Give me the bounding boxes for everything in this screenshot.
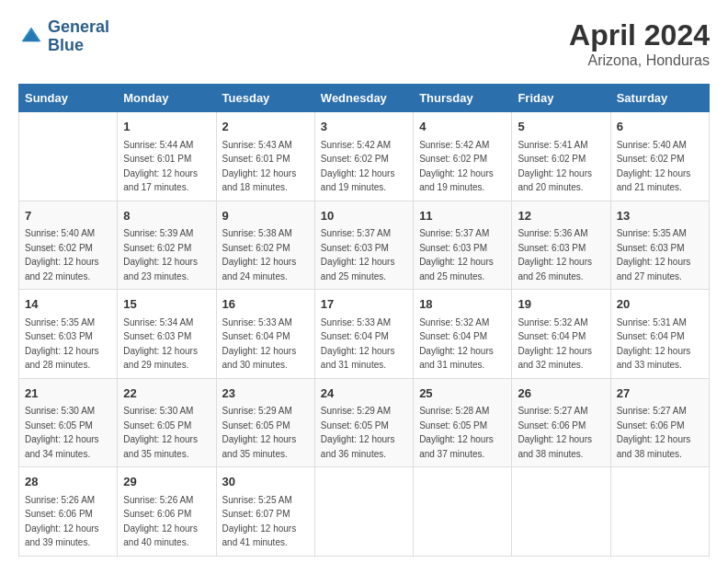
day-info: Sunrise: 5:42 AMSunset: 6:02 PMDaylight:… [321,138,407,195]
calendar-day-cell [314,467,413,557]
calendar-day-cell: 12Sunrise: 5:36 AMSunset: 6:03 PMDayligh… [512,201,610,290]
calendar-day-cell: 6Sunrise: 5:40 AMSunset: 6:02 PMDaylight… [610,112,709,201]
calendar-day-cell: 14Sunrise: 5:35 AMSunset: 6:03 PMDayligh… [19,290,118,379]
day-number: 29 [123,473,210,491]
calendar-day-cell: 26Sunrise: 5:27 AMSunset: 6:06 PMDayligh… [512,378,610,467]
calendar-day-cell [610,467,709,557]
day-info: Sunrise: 5:41 AMSunset: 6:02 PMDaylight:… [518,138,604,195]
day-info: Sunrise: 5:44 AMSunset: 6:01 PMDaylight:… [123,138,210,195]
location: Arizona, Honduras [569,52,710,69]
calendar-header-row: SundayMondayTuesdayWednesdayThursdayFrid… [19,85,710,112]
day-info: Sunrise: 5:27 AMSunset: 6:06 PMDaylight:… [518,404,604,461]
calendar-day-cell: 3Sunrise: 5:42 AMSunset: 6:02 PMDaylight… [314,112,413,201]
calendar-day-cell: 4Sunrise: 5:42 AMSunset: 6:02 PMDaylight… [414,112,512,201]
calendar-day-cell: 29Sunrise: 5:26 AMSunset: 6:06 PMDayligh… [118,467,216,557]
day-info: Sunrise: 5:35 AMSunset: 6:03 PMDaylight:… [25,316,111,373]
calendar-day-cell: 10Sunrise: 5:37 AMSunset: 6:03 PMDayligh… [314,201,413,290]
day-number: 10 [321,207,407,225]
calendar-day-cell: 18Sunrise: 5:32 AMSunset: 6:04 PMDayligh… [414,290,512,379]
day-info: Sunrise: 5:34 AMSunset: 6:03 PMDaylight:… [123,316,210,373]
calendar-day-cell: 21Sunrise: 5:30 AMSunset: 6:05 PMDayligh… [19,378,118,467]
calendar-day-cell: 7Sunrise: 5:40 AMSunset: 6:02 PMDaylight… [19,201,118,290]
calendar-day-cell: 28Sunrise: 5:26 AMSunset: 6:06 PMDayligh… [19,467,118,557]
day-number: 3 [321,118,407,136]
month-year: April 2024 [569,18,710,52]
day-info: Sunrise: 5:37 AMSunset: 6:03 PMDaylight:… [419,226,506,283]
day-info: Sunrise: 5:30 AMSunset: 6:05 PMDaylight:… [25,404,111,461]
weekday-header: Saturday [610,85,709,112]
weekday-header: Sunday [19,85,118,112]
calendar-table: SundayMondayTuesdayWednesdayThursdayFrid… [18,84,710,557]
day-number: 22 [123,385,210,403]
day-info: Sunrise: 5:25 AMSunset: 6:07 PMDaylight:… [222,493,309,550]
calendar-day-cell: 1Sunrise: 5:44 AMSunset: 6:01 PMDaylight… [118,112,216,201]
calendar-day-cell: 24Sunrise: 5:29 AMSunset: 6:05 PMDayligh… [314,378,413,467]
page-header: General Blue April 2024 Arizona, Hondura… [18,18,710,69]
day-number: 19 [518,295,604,314]
day-info: Sunrise: 5:37 AMSunset: 6:03 PMDaylight:… [321,226,407,283]
day-info: Sunrise: 5:42 AMSunset: 6:02 PMDaylight:… [419,138,506,195]
day-number: 6 [617,118,703,136]
day-info: Sunrise: 5:26 AMSunset: 6:06 PMDaylight:… [123,493,210,550]
day-number: 13 [617,207,703,225]
day-number: 26 [518,385,604,403]
logo: General Blue [18,18,109,55]
day-number: 2 [222,118,309,136]
calendar-day-cell: 2Sunrise: 5:43 AMSunset: 6:01 PMDaylight… [216,112,314,201]
day-number: 11 [419,207,506,225]
day-info: Sunrise: 5:29 AMSunset: 6:05 PMDaylight:… [222,404,309,461]
calendar-week-row: 14Sunrise: 5:35 AMSunset: 6:03 PMDayligh… [19,290,710,379]
day-info: Sunrise: 5:35 AMSunset: 6:03 PMDaylight:… [617,226,703,283]
weekday-header: Friday [512,85,610,112]
calendar-day-cell: 8Sunrise: 5:39 AMSunset: 6:02 PMDaylight… [118,201,216,290]
day-number: 24 [321,385,407,403]
calendar-day-cell: 20Sunrise: 5:31 AMSunset: 6:04 PMDayligh… [610,290,709,379]
calendar-week-row: 7Sunrise: 5:40 AMSunset: 6:02 PMDaylight… [19,201,710,290]
day-number: 16 [222,295,309,314]
day-info: Sunrise: 5:28 AMSunset: 6:05 PMDaylight:… [419,404,506,461]
day-number: 23 [222,385,309,403]
day-number: 12 [518,207,604,225]
calendar-day-cell [512,467,610,557]
day-number: 25 [419,385,506,403]
day-info: Sunrise: 5:36 AMSunset: 6:03 PMDaylight:… [518,226,604,283]
day-info: Sunrise: 5:39 AMSunset: 6:02 PMDaylight:… [123,226,210,283]
title-block: April 2024 Arizona, Honduras [569,18,710,69]
calendar-day-cell: 30Sunrise: 5:25 AMSunset: 6:07 PMDayligh… [216,467,314,557]
calendar-day-cell: 11Sunrise: 5:37 AMSunset: 6:03 PMDayligh… [414,201,512,290]
logo-icon [18,24,44,50]
calendar-day-cell: 22Sunrise: 5:30 AMSunset: 6:05 PMDayligh… [118,378,216,467]
day-number: 1 [123,118,210,136]
calendar-day-cell [414,467,512,557]
calendar-day-cell: 15Sunrise: 5:34 AMSunset: 6:03 PMDayligh… [118,290,216,379]
day-number: 21 [25,385,111,403]
day-number: 27 [617,385,703,403]
day-number: 7 [25,207,111,225]
day-info: Sunrise: 5:33 AMSunset: 6:04 PMDaylight:… [222,316,309,373]
weekday-header: Tuesday [216,85,314,112]
calendar-week-row: 28Sunrise: 5:26 AMSunset: 6:06 PMDayligh… [19,467,710,557]
day-info: Sunrise: 5:40 AMSunset: 6:02 PMDaylight:… [617,138,703,195]
weekday-header: Monday [118,85,216,112]
day-info: Sunrise: 5:33 AMSunset: 6:04 PMDaylight:… [321,316,407,373]
day-info: Sunrise: 5:27 AMSunset: 6:06 PMDaylight:… [617,404,703,461]
day-number: 15 [123,295,210,314]
weekday-header: Wednesday [314,85,413,112]
day-info: Sunrise: 5:26 AMSunset: 6:06 PMDaylight:… [25,493,111,550]
calendar-day-cell: 17Sunrise: 5:33 AMSunset: 6:04 PMDayligh… [314,290,413,379]
day-number: 8 [123,207,210,225]
calendar-day-cell [19,112,118,201]
day-info: Sunrise: 5:31 AMSunset: 6:04 PMDaylight:… [617,316,703,373]
day-info: Sunrise: 5:32 AMSunset: 6:04 PMDaylight:… [518,316,604,373]
day-number: 9 [222,207,309,225]
day-number: 30 [222,473,309,491]
day-info: Sunrise: 5:43 AMSunset: 6:01 PMDaylight:… [222,138,309,195]
day-number: 28 [25,473,111,491]
day-info: Sunrise: 5:38 AMSunset: 6:02 PMDaylight:… [222,226,309,283]
day-info: Sunrise: 5:29 AMSunset: 6:05 PMDaylight:… [321,404,407,461]
calendar-day-cell: 27Sunrise: 5:27 AMSunset: 6:06 PMDayligh… [610,378,709,467]
calendar-week-row: 1Sunrise: 5:44 AMSunset: 6:01 PMDaylight… [19,112,710,201]
day-number: 17 [321,295,407,314]
logo-text: General Blue [48,18,109,55]
calendar-day-cell: 16Sunrise: 5:33 AMSunset: 6:04 PMDayligh… [216,290,314,379]
